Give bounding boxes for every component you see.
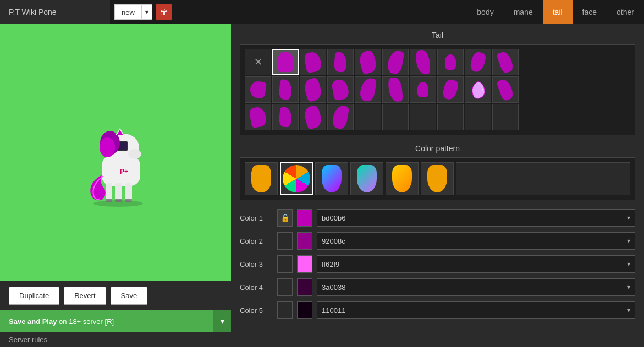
color-1-hex-input[interactable]: [322, 214, 627, 222]
tail-cell-15[interactable]: [382, 76, 409, 103]
pattern-cell-multi[interactable]: [280, 162, 313, 195]
tail-shape-18-svg: [468, 79, 488, 101]
color-3-swatch[interactable]: [297, 255, 312, 273]
pattern-swatch-multi: [283, 165, 310, 192]
tail-cell-11[interactable]: [272, 76, 299, 103]
tail-shape-1: [278, 52, 293, 72]
tail-cell-23[interactable]: [327, 104, 354, 130]
save-play-label-suffix: on 18+ server [R]: [59, 317, 114, 326]
tail-cell-16[interactable]: [410, 76, 436, 103]
tail-shape-4: [357, 49, 378, 75]
tail-shape-12: [302, 77, 323, 102]
color-row-2: Color 2 ▾: [240, 232, 635, 250]
tab-tail[interactable]: tail: [543, 0, 573, 24]
color-3-dropdown-arrow[interactable]: ▾: [627, 260, 630, 268]
tail-none-cell[interactable]: ✕: [245, 49, 271, 75]
new-button[interactable]: new: [114, 4, 142, 20]
tail-cell-13[interactable]: [327, 76, 354, 103]
tail-shape-10: [249, 80, 267, 99]
tail-empty-24: [355, 104, 381, 130]
pattern-cell-solid[interactable]: [245, 162, 278, 195]
tail-empty-28: [465, 104, 491, 130]
color-2-swatch[interactable]: [297, 232, 312, 250]
tail-cell-14[interactable]: [355, 76, 381, 103]
color-2-dropdown-arrow[interactable]: ▾: [627, 237, 630, 245]
tail-shape-11: [278, 79, 292, 100]
color-5-hex-input[interactable]: [322, 306, 627, 315]
color-2-swatch-empty[interactable]: [277, 232, 293, 250]
pattern-cell-gold[interactable]: [386, 162, 419, 195]
color-1-dropdown-arrow[interactable]: ▾: [627, 214, 630, 222]
tail-cell-5[interactable]: [382, 49, 409, 75]
tail-cell-2[interactable]: [300, 49, 326, 75]
color-5-swatch[interactable]: [297, 301, 312, 319]
tail-cell-17[interactable]: [437, 76, 464, 103]
tail-cell-6[interactable]: [410, 49, 436, 75]
color-row-1: Color 1 🔒 ▾: [240, 209, 635, 227]
tail-cell-20[interactable]: [245, 104, 271, 130]
pattern-cell-cyan[interactable]: [315, 162, 348, 195]
save-play-dropdown-button[interactable]: ▾: [213, 310, 231, 332]
tail-cell-3[interactable]: [327, 49, 354, 75]
color-5-label: Color 5: [240, 306, 273, 315]
color-4-dropdown-arrow[interactable]: ▾: [627, 283, 630, 291]
tail-shape-21: [278, 107, 292, 128]
tail-empty-29: [492, 104, 519, 130]
tail-cell-8[interactable]: [465, 49, 491, 75]
pattern-swatch-gold: [392, 165, 412, 192]
color-4-hex-input[interactable]: [322, 283, 627, 291]
pattern-cell-teal[interactable]: [350, 162, 383, 195]
delete-button[interactable]: 🗑: [156, 4, 172, 20]
color-4-swatch-empty[interactable]: [277, 278, 293, 296]
tail-cell-1[interactable]: [272, 49, 299, 75]
tail-cell-21[interactable]: [272, 104, 299, 130]
tail-cell-4[interactable]: [355, 49, 381, 75]
tab-mane[interactable]: mane: [504, 0, 543, 24]
color-1-swatch[interactable]: [297, 209, 312, 227]
save-button[interactable]: Save: [111, 287, 148, 305]
revert-button[interactable]: Revert: [64, 287, 106, 305]
color-4-swatch[interactable]: [297, 278, 312, 296]
new-dropdown-button[interactable]: ▾: [142, 4, 152, 20]
pattern-swatch-orange: [427, 165, 447, 192]
pattern-cell-orange[interactable]: [421, 162, 454, 195]
tail-cell-10[interactable]: [245, 76, 271, 103]
tail-cell-19[interactable]: [492, 76, 519, 103]
tail-cell-9[interactable]: [492, 49, 519, 75]
tab-body[interactable]: body: [467, 0, 503, 24]
tail-cell-12[interactable]: [300, 76, 326, 103]
svg-point-6: [100, 137, 115, 157]
tail-shape-13: [331, 79, 350, 101]
color-2-hex-input[interactable]: [322, 237, 627, 245]
color-4-label: Color 4: [240, 283, 273, 291]
color-5-dropdown-arrow[interactable]: ▾: [627, 306, 630, 314]
color-pattern-grid: [245, 162, 630, 195]
tab-face[interactable]: face: [573, 0, 607, 24]
svg-rect-9: [125, 183, 132, 201]
tail-shape-5: [387, 49, 405, 75]
tail-cell-7[interactable]: [437, 49, 464, 75]
tail-cell-18[interactable]: [465, 76, 491, 103]
tab-navigation: body mane tail face other: [467, 0, 644, 24]
tail-empty-26: [410, 104, 436, 130]
tail-shape-14: [359, 77, 377, 102]
color-1-lock[interactable]: 🔒: [277, 209, 293, 227]
color-5-swatch-empty[interactable]: [277, 301, 293, 319]
color-3-hex-input[interactable]: [322, 260, 627, 268]
x-icon: ✕: [254, 56, 262, 68]
color-2-label: Color 2: [240, 237, 273, 245]
duplicate-button[interactable]: Duplicate: [9, 287, 59, 305]
color-3-swatch-empty[interactable]: [277, 255, 293, 273]
server-rules-link[interactable]: Server rules: [0, 332, 231, 347]
svg-rect-7: [106, 183, 112, 201]
tail-grid: ✕: [245, 49, 630, 130]
tab-other[interactable]: other: [607, 0, 644, 24]
tail-shape-6: [415, 49, 431, 75]
color-5-input-row: ▾: [317, 301, 635, 319]
color-4-input-row: ▾: [317, 278, 635, 296]
save-play-button[interactable]: Save and Play on 18+ server [R]: [0, 310, 213, 332]
color-pattern-label: Color pattern: [240, 144, 635, 153]
tail-cell-22[interactable]: [300, 104, 326, 130]
svg-point-16: [93, 200, 143, 207]
tail-shape-16: [417, 82, 428, 97]
